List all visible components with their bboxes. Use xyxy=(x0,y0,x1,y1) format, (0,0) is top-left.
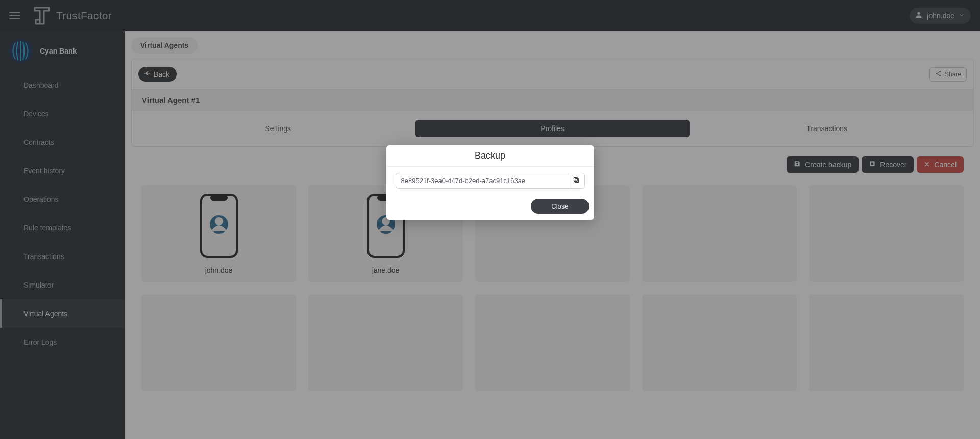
modal-overlay[interactable]: Backup Close xyxy=(0,0,980,439)
svg-rect-15 xyxy=(575,179,578,183)
close-button[interactable]: Close xyxy=(531,199,589,214)
copy-button[interactable] xyxy=(568,173,585,189)
backup-modal: Backup Close xyxy=(386,145,594,220)
backup-id-input[interactable] xyxy=(396,173,568,189)
copy-icon xyxy=(573,176,580,185)
svg-rect-16 xyxy=(574,177,577,181)
modal-title: Backup xyxy=(386,145,594,167)
backup-copy-row xyxy=(396,173,585,189)
